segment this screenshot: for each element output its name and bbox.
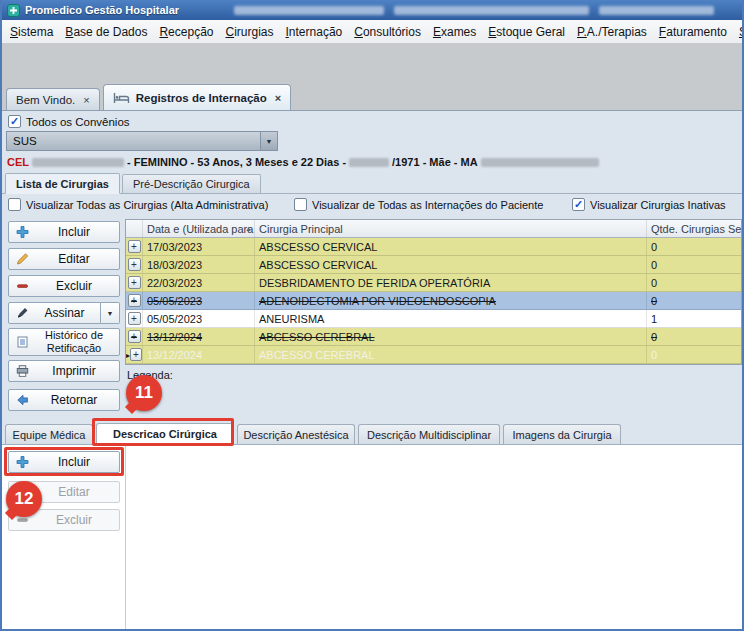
sort-asc-icon: ▲ bbox=[245, 225, 252, 232]
expand-row-button[interactable]: + bbox=[128, 258, 141, 271]
cirurgias-grid: Data e (Utilizada para Tr ▲ Cirurgia Pri… bbox=[125, 219, 742, 365]
annotation-step-12-badge: 12 bbox=[6, 481, 42, 517]
chevron-down-icon: ▼ bbox=[107, 310, 114, 317]
historico-retificacao-label: Histórico de Retificação bbox=[31, 329, 117, 354]
back-arrow-icon bbox=[16, 394, 29, 407]
menu-item-recepcao[interactable]: Recepção bbox=[153, 21, 219, 43]
menu-item-pa-terapias[interactable]: P.A./Terapias bbox=[571, 21, 653, 43]
expand-row-button[interactable]: + bbox=[130, 348, 142, 361]
expand-row-button[interactable]: + bbox=[128, 330, 141, 343]
annotation-step-11-number: 11 bbox=[135, 383, 153, 403]
minus-icon bbox=[16, 280, 29, 293]
grid-row-inactive[interactable]: + 13/12/2024 ABCESSO CEREBRAL 0 bbox=[126, 328, 741, 346]
expand-row-button[interactable]: + bbox=[128, 276, 141, 289]
descricao-editar-label: Editar bbox=[31, 485, 117, 499]
menu-item-internacao[interactable]: Internação bbox=[280, 21, 349, 43]
cell-cirurgia: ANEURISMA bbox=[255, 310, 647, 327]
tab-descricao-multidisciplinar[interactable]: Descrição Multidisciplinar bbox=[358, 424, 500, 444]
history-document-icon bbox=[16, 336, 29, 349]
redacted-version-info bbox=[234, 6, 714, 15]
menu-item-consultorios[interactable]: Consultórios bbox=[348, 21, 427, 43]
cell-data: 05/05/2023 bbox=[143, 292, 255, 309]
current-row-indicator: ▸ bbox=[126, 350, 130, 359]
tab-descricao-cirurgica[interactable]: Descricao Cirúrgica bbox=[96, 423, 234, 445]
menu-item-cirurgias[interactable]: Cirurgias bbox=[219, 21, 279, 43]
imprimir-button[interactable]: Imprimir bbox=[8, 360, 120, 382]
expand-row-button[interactable]: + bbox=[128, 312, 141, 325]
tab-descricao-cirurgica-label: Descricao Cirúrgica bbox=[113, 428, 217, 440]
grid-row-inactive[interactable]: ▸ + 13/12/2024 ABCESSO CEREBRAL 0 bbox=[126, 346, 741, 364]
cell-data: 13/12/2024 bbox=[143, 346, 255, 363]
cell-data: 22/03/2023 bbox=[143, 274, 255, 291]
visualizar-todas-internacoes-checkbox[interactable]: Visualizar de Todas as Internações do Pa… bbox=[294, 198, 543, 211]
expand-row-button[interactable]: + bbox=[128, 294, 141, 307]
tab-descricao-multidisciplinar-label: Descrição Multidisciplinar bbox=[367, 429, 491, 441]
convenio-select[interactable]: SUS ▼ bbox=[6, 131, 278, 151]
tab-imagens-da-cirurgia[interactable]: Imagens da Cirurgia bbox=[503, 424, 621, 444]
redacted-birthdate bbox=[349, 158, 389, 167]
editar-button[interactable]: Editar bbox=[8, 248, 120, 270]
assinar-dropdown-button[interactable]: ▼ bbox=[101, 302, 120, 324]
historico-retificacao-button[interactable]: Histórico de Retificação bbox=[8, 328, 120, 356]
grid-row[interactable]: + 22/03/2023 DESBRIDAMENTO DE FERIDA OPE… bbox=[126, 274, 741, 292]
retornar-label: Retornar bbox=[31, 393, 117, 407]
grid-header-data-label: Data e (Utilizada para Tr bbox=[147, 223, 255, 235]
tab-descricao-anestesica-label: Descrição Anestésica bbox=[243, 429, 348, 441]
excluir-button[interactable]: Excluir bbox=[8, 275, 120, 297]
descricao-incluir-button[interactable]: Incluir bbox=[8, 451, 120, 473]
internacao-bed-icon bbox=[113, 92, 130, 104]
menu-item-exames[interactable]: Exames bbox=[427, 21, 482, 43]
cell-cirurgia: DESBRIDAMENTO DE FERIDA OPERATÓRIA bbox=[255, 274, 647, 291]
menu-item-sistema[interactable]: Sistema bbox=[4, 21, 59, 43]
expand-row-button[interactable]: + bbox=[128, 240, 141, 253]
redacted-text bbox=[234, 6, 384, 15]
grid-header-cirurgia-principal[interactable]: Cirurgia Principal bbox=[255, 220, 647, 237]
cell-cirurgia: ABSCESSO CERVICAL bbox=[255, 238, 647, 255]
menu-item-faturamento[interactable]: Faturamento bbox=[653, 21, 733, 43]
visualizar-todas-cirurgias-checkbox[interactable]: Visualizar Todas as Cirurgias (Alta Admi… bbox=[8, 198, 268, 211]
tab-registros-internacao[interactable]: Registros de Internação × bbox=[103, 84, 291, 110]
cell-qtde: 0 bbox=[647, 238, 741, 255]
menu-item-estoque-geral[interactable]: Estoque Geral bbox=[482, 21, 571, 43]
close-icon[interactable]: × bbox=[81, 94, 89, 106]
tab-lista-de-cirurgias[interactable]: Lista de Cirurgias bbox=[5, 173, 120, 194]
grid-header-data[interactable]: Data e (Utilizada para Tr ▲ bbox=[143, 220, 255, 237]
grid-row-selected[interactable]: + 05/05/2023 ADENOIDECTOMIA POR VIDEOEND… bbox=[126, 292, 741, 310]
tab-descricao-anestesica[interactable]: Descrição Anestésica bbox=[237, 424, 355, 444]
grid-header-qtde[interactable]: Qtde. Cirurgias Sec bbox=[647, 220, 741, 237]
grid-row[interactable]: + 17/03/2023 ABSCESSO CERVICAL 0 bbox=[126, 238, 741, 256]
grid-row[interactable]: + 05/05/2023 ANEURISMA 1 bbox=[126, 310, 741, 328]
tab-equipe-medica[interactable]: Equipe Médica bbox=[5, 424, 93, 444]
app-icon bbox=[7, 4, 20, 17]
imprimir-label: Imprimir bbox=[31, 364, 117, 378]
visualizar-cirurgias-inativas-checkbox[interactable]: ✓ Visualizar Cirurgias Inativas bbox=[572, 198, 726, 211]
tab-pre-descricao-cirurgica[interactable]: Pré-Descrição Cirurgica bbox=[122, 174, 261, 193]
menu-item-suporte[interactable]: Su bbox=[733, 21, 742, 43]
visualizar-todas-internacoes-label: Visualizar de Todas as Internações do Pa… bbox=[312, 199, 543, 211]
checkbox-unchecked-icon bbox=[294, 198, 307, 211]
printer-icon bbox=[16, 365, 29, 378]
redacted-text bbox=[394, 6, 589, 15]
tab-bem-vindo[interactable]: Bem Vindo. × bbox=[6, 88, 100, 110]
chevron-down-icon[interactable]: ▼ bbox=[260, 132, 277, 150]
cell-data: 18/03/2023 bbox=[143, 256, 255, 273]
add-icon bbox=[16, 456, 29, 469]
grid-row[interactable]: + 18/03/2023 ABSCESSO CERVICAL 0 bbox=[126, 256, 741, 274]
todos-convenios-checkbox[interactable]: ✓ Todos os Convênios bbox=[8, 115, 130, 128]
incluir-button[interactable]: Incluir bbox=[8, 221, 120, 243]
close-icon[interactable]: × bbox=[273, 92, 281, 104]
patient-mother-prefix: /1971 - Mãe - MA bbox=[392, 156, 478, 168]
retornar-button[interactable]: Retornar bbox=[8, 389, 120, 411]
panel-divider bbox=[125, 445, 126, 629]
assinar-split-button: Assinar ▼ bbox=[8, 302, 120, 324]
cell-cirurgia: ABCESSO CEREBRAL bbox=[255, 346, 647, 363]
redacted-text bbox=[599, 6, 714, 15]
tab-bem-vindo-label: Bem Vindo. bbox=[16, 94, 75, 106]
convenio-value: SUS bbox=[7, 132, 260, 150]
registros-internacao-panel: ✓ Todos os Convênios SUS ▼ CEL - FEMININ… bbox=[2, 110, 742, 629]
patient-info-line: CEL - FEMININO - 53 Anos, 3 Meses e 22 D… bbox=[7, 156, 599, 168]
tab-registros-internacao-label: Registros de Internação bbox=[136, 92, 267, 104]
menu-item-base-de-dados[interactable]: Base de Dados bbox=[59, 21, 153, 43]
descricao-excluir-label: Excluir bbox=[31, 513, 117, 527]
assinar-button[interactable]: Assinar bbox=[8, 302, 101, 324]
